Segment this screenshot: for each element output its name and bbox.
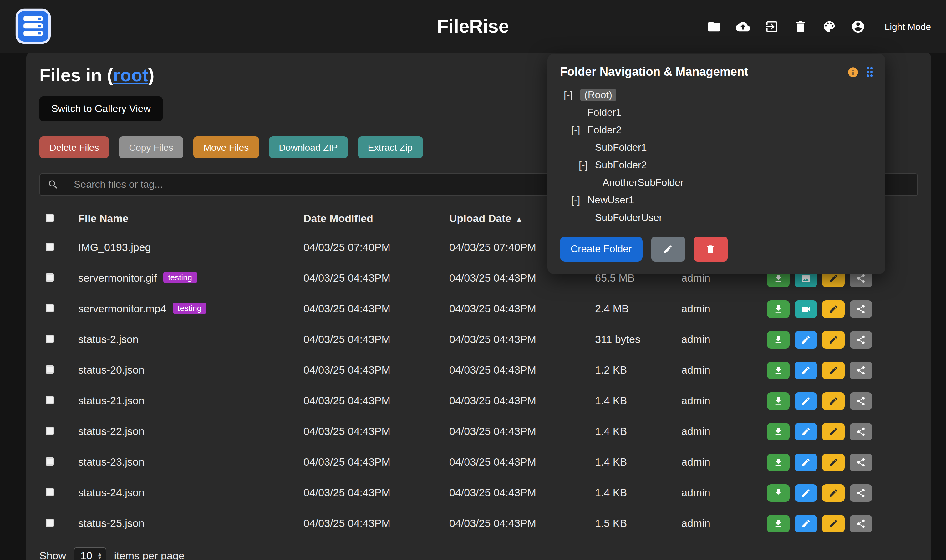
download-button[interactable] xyxy=(767,300,789,317)
download-button[interactable] xyxy=(767,453,789,471)
tree-item-anothersubfolder[interactable]: AnotherSubFolder xyxy=(560,174,873,191)
uploader: admin xyxy=(681,486,767,499)
rename-button[interactable] xyxy=(822,300,844,317)
row-checkbox[interactable] xyxy=(46,518,54,526)
header-date-modified[interactable]: Date Modified xyxy=(303,213,449,225)
rename-button[interactable] xyxy=(822,515,844,532)
tree-toggle[interactable]: [-] xyxy=(579,160,595,171)
file-name[interactable]: status-25.json xyxy=(78,517,145,529)
gallery-view-button[interactable]: Switch to Gallery View xyxy=(39,96,163,122)
share-button[interactable] xyxy=(850,392,872,409)
row-checkbox[interactable] xyxy=(46,488,54,496)
tree-label[interactable]: Folder1 xyxy=(588,107,621,118)
search-icon xyxy=(40,174,66,195)
share-button[interactable] xyxy=(850,331,872,348)
file-name[interactable]: status-24.json xyxy=(78,486,145,498)
row-checkbox[interactable] xyxy=(46,273,54,281)
account-icon[interactable] xyxy=(851,19,865,34)
share-button[interactable] xyxy=(850,423,872,440)
file-name[interactable]: IMG_0193.jpeg xyxy=(78,241,151,253)
rename-button[interactable] xyxy=(822,362,844,379)
share-button[interactable] xyxy=(850,515,872,532)
file-name[interactable]: status-2.json xyxy=(78,333,138,345)
rename-button[interactable] xyxy=(822,484,844,502)
file-name[interactable]: status-20.json xyxy=(78,364,145,376)
move-files-button[interactable]: Move Files xyxy=(193,136,259,158)
theme-icon[interactable] xyxy=(822,19,837,34)
download-button[interactable] xyxy=(767,362,789,379)
header-file-name[interactable]: File Name xyxy=(78,213,303,225)
filerise-logo[interactable] xyxy=(15,8,51,45)
tree-label[interactable]: (Root) xyxy=(580,89,617,102)
tree-label[interactable]: SubFolderUser xyxy=(595,212,662,223)
tree-item-root[interactable]: [-] (Root) xyxy=(560,86,873,104)
file-name[interactable]: status-21.json xyxy=(78,394,145,406)
tree-item-folder1[interactable]: Folder1 xyxy=(560,104,873,122)
light-mode-toggle[interactable]: Light Mode xyxy=(885,21,931,32)
root-link[interactable]: root xyxy=(113,65,148,85)
rename-folder-button[interactable] xyxy=(651,237,685,262)
row-checkbox[interactable] xyxy=(46,243,54,251)
items-per-page-select[interactable]: 10 ▲▼ xyxy=(74,548,107,560)
row-checkbox[interactable] xyxy=(46,457,54,465)
share-button[interactable] xyxy=(850,362,872,379)
file-name[interactable]: servermonitor.gif xyxy=(78,272,157,284)
info-icon[interactable] xyxy=(847,66,859,78)
tree-item-folder2[interactable]: [-] Folder2 xyxy=(560,122,873,139)
rename-button[interactable] xyxy=(822,423,844,440)
edit-button[interactable] xyxy=(795,331,817,348)
tree-item-subfolder2[interactable]: [-] SubFolder2 xyxy=(560,157,873,174)
extract-zip-button[interactable]: Extract Zip xyxy=(358,136,423,158)
row-checkbox[interactable] xyxy=(46,304,54,312)
tree-label[interactable]: Folder2 xyxy=(588,125,621,136)
tree-toggle[interactable]: [-] xyxy=(571,125,588,136)
edit-button[interactable] xyxy=(795,392,817,409)
row-checkbox[interactable] xyxy=(46,334,54,343)
rename-button[interactable] xyxy=(822,331,844,348)
tree-item-subfolderuser[interactable]: SubFolderUser xyxy=(560,209,873,226)
copy-files-button[interactable]: Copy Files xyxy=(119,136,183,158)
share-button[interactable] xyxy=(850,300,872,317)
tree-toggle[interactable]: [-] xyxy=(564,89,580,101)
edit-button[interactable] xyxy=(795,453,817,471)
select-all-checkbox[interactable] xyxy=(46,214,54,222)
tree-item-subfolder1[interactable]: SubFolder1 xyxy=(560,139,873,157)
share-button[interactable] xyxy=(850,484,872,502)
folder-icon[interactable] xyxy=(707,19,721,34)
create-folder-button[interactable]: Create Folder xyxy=(560,237,643,262)
file-name[interactable]: status-23.json xyxy=(78,456,145,468)
download-zip-button[interactable]: Download ZIP xyxy=(269,136,348,158)
logout-icon[interactable] xyxy=(764,19,779,34)
upload-icon[interactable] xyxy=(736,19,750,34)
delete-files-button[interactable]: Delete Files xyxy=(39,136,109,158)
download-button[interactable] xyxy=(767,423,789,440)
edit-button[interactable] xyxy=(795,515,817,532)
rename-button[interactable] xyxy=(822,453,844,471)
delete-folder-button[interactable] xyxy=(694,237,728,262)
tree-label[interactable]: SubFolder2 xyxy=(595,160,647,171)
row-checkbox[interactable] xyxy=(46,426,54,435)
page-title-prefix: Files in ( xyxy=(39,65,113,85)
edit-button[interactable] xyxy=(795,362,817,379)
preview-video-button[interactable] xyxy=(795,300,817,317)
edit-button[interactable] xyxy=(795,484,817,502)
row-checkbox[interactable] xyxy=(46,396,54,404)
file-name[interactable]: status-22.json xyxy=(78,425,145,437)
tree-label[interactable]: NewUser1 xyxy=(588,195,634,206)
share-button[interactable] xyxy=(850,453,872,471)
download-button[interactable] xyxy=(767,392,789,409)
date-modified: 04/03/25 04:43PM xyxy=(303,394,449,407)
tree-toggle[interactable]: [-] xyxy=(571,195,588,206)
rename-button[interactable] xyxy=(822,392,844,409)
trash-icon[interactable] xyxy=(793,19,808,34)
download-button[interactable] xyxy=(767,331,789,348)
drag-handle-icon[interactable] xyxy=(866,67,873,77)
tree-label[interactable]: AnotherSubFolder xyxy=(603,177,684,188)
download-button[interactable] xyxy=(767,515,789,532)
edit-button[interactable] xyxy=(795,423,817,440)
file-name[interactable]: servermonitor.mp4 xyxy=(78,303,166,314)
tree-label[interactable]: SubFolder1 xyxy=(595,142,647,153)
tree-item-newuser1[interactable]: [-] NewUser1 xyxy=(560,191,873,209)
row-checkbox[interactable] xyxy=(46,365,54,373)
download-button[interactable] xyxy=(767,484,789,502)
